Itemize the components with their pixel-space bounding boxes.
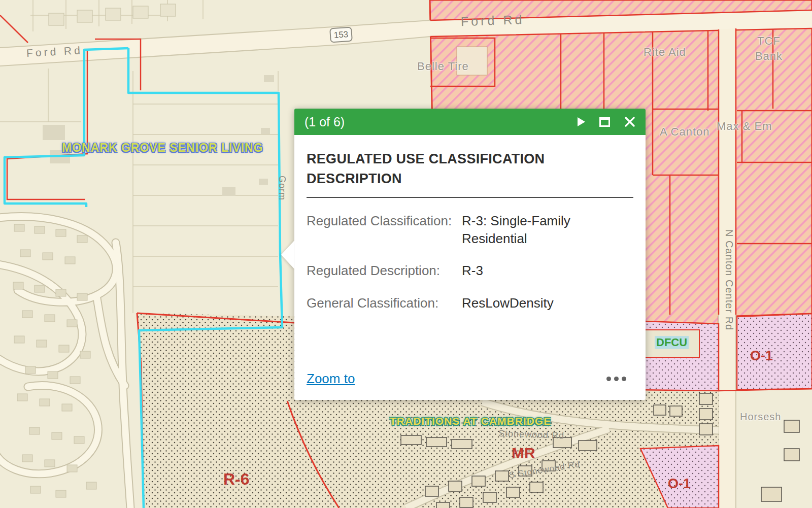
field-value-general-classification: ResLowDensity [462,294,633,312]
next-feature-button[interactable] [578,117,585,126]
feature-popup: (1 of 6) REGULATED US [294,109,646,400]
field-label-regulated-classification: Regulated Classification: [307,212,460,248]
ellipsis-icon [606,377,611,381]
close-icon [624,116,635,127]
maximize-button[interactable] [599,117,610,127]
popup-title: REGULATED USE CLASSIFICATION DESCRIPTION [307,135,591,189]
popup-header[interactable]: (1 of 6) [294,109,646,135]
overflow-menu-button[interactable] [606,377,626,381]
popup-divider [307,197,633,198]
attribute-table: Regulated Classification: R-3: Single-Fa… [307,212,633,312]
field-value-regulated-classification: R-3: Single-Family Residential [462,212,633,248]
field-label-regulated-description: Regulated Description: [307,262,460,280]
field-value-regulated-description: R-3 [462,262,633,280]
maximize-icon [599,117,610,127]
zoom-to-link[interactable]: Zoom to [307,371,355,387]
field-label-general-classification: General Classification: [307,294,460,312]
play-icon [578,117,585,126]
close-button[interactable] [624,116,635,127]
popup-pager: (1 of 6) [304,115,345,129]
popup-pointer [281,241,294,269]
map-canvas[interactable]: Ford Rd 153 Ford Rd Belle Tire Rite Aid … [0,0,812,508]
